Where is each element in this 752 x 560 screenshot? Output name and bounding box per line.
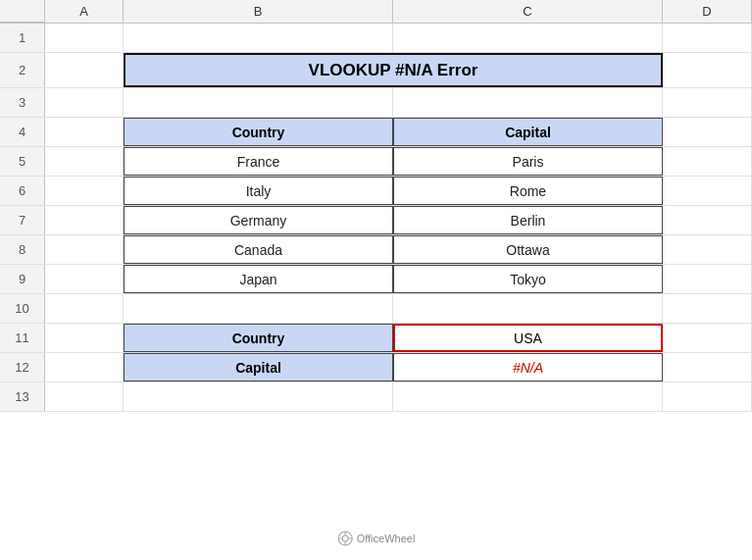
table-row: 8 Canada Ottawa	[0, 235, 752, 265]
cell-11a	[45, 324, 124, 352]
cell-5a	[45, 147, 124, 176]
cell-13b	[124, 382, 393, 411]
cell-5d	[663, 147, 752, 176]
cell-10d	[663, 294, 752, 323]
row-num-11: 11	[0, 324, 45, 352]
cell-4b-country-header: Country	[124, 118, 393, 146]
cell-10c	[393, 294, 663, 323]
col-header-a: A	[45, 0, 124, 23]
col-header-c: C	[393, 0, 663, 23]
cell-13d	[663, 382, 752, 411]
table-row: 11 Country USA	[0, 324, 752, 353]
cell-12a	[45, 353, 124, 382]
row-num-1: 1	[0, 24, 45, 52]
col-header-b: B	[124, 0, 393, 23]
row-num-12: 12	[0, 353, 45, 382]
row-num-13: 13	[0, 382, 45, 411]
cell-6a	[45, 177, 124, 205]
cell-12d	[663, 353, 752, 382]
cell-9d	[663, 265, 752, 293]
cell-1b	[124, 24, 393, 52]
cell-8a	[45, 235, 124, 264]
cell-5c-paris: Paris	[393, 147, 663, 176]
cell-4a	[45, 118, 124, 146]
table-row: 13	[0, 382, 752, 412]
cell-12c-na: #N/A	[393, 353, 663, 382]
table-row: 4 Country Capital	[0, 118, 752, 147]
cell-3c	[393, 88, 663, 117]
cell-13a	[45, 382, 124, 411]
row-num-9: 9	[0, 265, 45, 293]
table-row: 6 Italy Rome	[0, 177, 752, 206]
col-header-d: D	[663, 0, 752, 23]
row-num-6: 6	[0, 177, 45, 205]
table-row: 10	[0, 294, 752, 324]
row-num-4: 4	[0, 118, 45, 146]
cell-1d	[663, 24, 752, 52]
cell-6d	[663, 177, 752, 205]
column-header-row: A B C D	[0, 0, 752, 24]
row-num-7: 7	[0, 206, 45, 234]
cell-8c-ottawa: Ottawa	[393, 235, 663, 264]
cell-6b-italy: Italy	[124, 177, 393, 205]
cell-7a	[45, 206, 124, 234]
cell-11c-usa[interactable]: USA	[393, 324, 663, 352]
cell-3d	[663, 88, 752, 117]
cell-7d	[663, 206, 752, 234]
title-cell: VLOOKUP #N/A Error	[124, 53, 663, 87]
cell-5b-france: France	[124, 147, 393, 176]
table-row: 3	[0, 88, 752, 118]
cell-2d	[663, 53, 752, 87]
cell-4d	[663, 118, 752, 146]
cell-12b-capital-label: Capital	[124, 353, 393, 382]
cell-1c	[393, 24, 663, 52]
cell-10b	[124, 294, 393, 323]
table-row: 5 France Paris	[0, 147, 752, 177]
cell-10a	[45, 294, 124, 323]
row-num-3: 3	[0, 88, 45, 117]
table-row: 12 Capital #N/A	[0, 353, 752, 382]
spreadsheet: A B C D 1 2 VLOOKUP #N/A Error 3	[0, 0, 752, 560]
corner-cell	[0, 0, 45, 23]
cell-3a	[45, 88, 124, 117]
table-row: 9 Japan Tokyo	[0, 265, 752, 294]
table-row: 1	[0, 24, 752, 53]
cell-9c-tokyo: Tokyo	[393, 265, 663, 293]
cell-9a	[45, 265, 124, 293]
table-row: 7 Germany Berlin	[0, 206, 752, 235]
cell-2a	[45, 53, 124, 87]
cell-9b-japan: Japan	[124, 265, 393, 293]
cell-11b-country-label: Country	[124, 324, 393, 352]
grid-body: 1 2 VLOOKUP #N/A Error 3 4 Country Capi	[0, 24, 752, 560]
cell-6c-rome: Rome	[393, 177, 663, 205]
cell-13c	[393, 382, 663, 411]
row-num-10: 10	[0, 294, 45, 323]
cell-1a	[45, 24, 124, 52]
cell-3b	[124, 88, 393, 117]
row-num-5: 5	[0, 147, 45, 176]
cell-8b-canada: Canada	[124, 235, 393, 264]
cell-8d	[663, 235, 752, 264]
table-row: 2 VLOOKUP #N/A Error	[0, 53, 752, 88]
row-num-2: 2	[0, 53, 45, 87]
cell-4c-capital-header: Capital	[393, 118, 663, 146]
cell-11d	[663, 324, 752, 352]
cell-7c-berlin: Berlin	[393, 206, 663, 234]
cell-7b-germany: Germany	[124, 206, 393, 234]
row-num-8: 8	[0, 235, 45, 264]
